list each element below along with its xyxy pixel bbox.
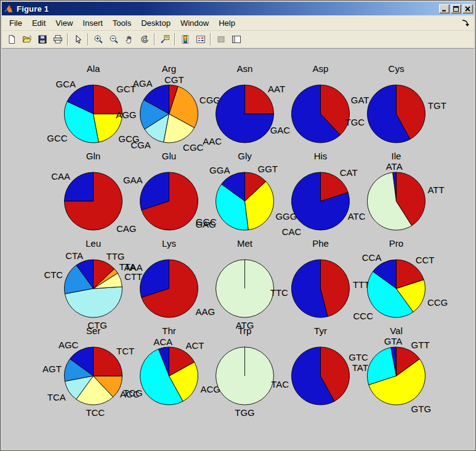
- codon-label: GTA: [384, 336, 403, 346]
- codon-label: ACA: [153, 337, 172, 347]
- pie-title: Ser: [86, 325, 100, 336]
- codon-label: AGA: [133, 78, 153, 89]
- codon-label: TGG: [235, 407, 255, 418]
- codon-label: TTG: [107, 251, 125, 261]
- title-bar[interactable]: Figure 1: [2, 2, 474, 15]
- pie-his: HisCACCAT: [283, 150, 358, 237]
- hide-plot-tools-button[interactable]: [213, 32, 228, 47]
- codon-label: TCC: [86, 407, 105, 418]
- menu-help[interactable]: Help: [214, 17, 240, 30]
- save-figure-button[interactable]: [34, 32, 50, 47]
- pie-title: Phe: [312, 238, 329, 249]
- matlab-icon: [3, 4, 14, 14]
- codon-label: CGT: [164, 74, 184, 85]
- codon-label: GAA: [123, 175, 143, 185]
- codon-label: TGT: [428, 100, 446, 111]
- pie-asn: AsnAACAAT: [207, 62, 283, 150]
- zoom-out-button[interactable]: [106, 32, 121, 47]
- pie-cell-pro: ProCCACCCCCGCCT: [358, 237, 434, 324]
- codon-label: CAA: [51, 171, 70, 182]
- menu-file[interactable]: File: [4, 17, 27, 30]
- hide-plot-tools-icon: [216, 34, 226, 44]
- pie-leu: LeuCTACTCCTGCTTTTATTG: [55, 237, 131, 324]
- pan-icon: [124, 34, 134, 44]
- pie-title: Cys: [389, 63, 405, 74]
- rotate-3d-button[interactable]: [137, 32, 152, 47]
- pie-cell-val: ValGTAGTCGTGGTT: [358, 324, 434, 412]
- pie-title: Trp: [238, 325, 252, 336]
- codon-label: ATC: [348, 211, 366, 222]
- pie-arg: ArgAGAAGGCGACGCCGGCGT: [131, 62, 207, 150]
- menu-desktop[interactable]: Desktop: [136, 17, 175, 30]
- edit-plot-icon: [73, 34, 83, 44]
- figure-window: Figure 1 File Edit View Insert Tools Des…: [0, 0, 476, 451]
- toolbar-separator: [174, 33, 175, 46]
- menu-window[interactable]: Window: [175, 17, 214, 30]
- pie-title: Asp: [313, 63, 329, 74]
- pie-cell-asp: AspGACGAT: [283, 62, 358, 150]
- pie-title: His: [314, 151, 328, 161]
- open-file-button[interactable]: [19, 32, 34, 47]
- insert-colorbar-button[interactable]: [177, 32, 193, 47]
- pie-ile: IleATAATCATT: [358, 150, 434, 237]
- toolbar-separator: [154, 33, 155, 46]
- pie-title: Leu: [86, 238, 101, 249]
- menu-view[interactable]: View: [50, 17, 78, 30]
- pie-tyr: TyrTACTAT: [283, 324, 358, 412]
- pie-cell-lys: LysAAAAAG: [131, 237, 207, 324]
- pie-cell-phe: PheTTCTTT: [283, 237, 358, 324]
- pie-cell-ala: AlaGCAGCCGCGGCT: [55, 62, 131, 150]
- maximize-button[interactable]: [451, 4, 461, 14]
- codon-label: CCT: [416, 255, 435, 265]
- menu-tools[interactable]: Tools: [108, 17, 136, 30]
- pan-button[interactable]: [121, 32, 137, 47]
- insert-legend-button[interactable]: [193, 32, 208, 47]
- codon-label: AAC: [203, 136, 222, 146]
- edit-plot-button[interactable]: [70, 32, 86, 47]
- show-plot-tools-button[interactable]: [228, 32, 244, 47]
- pie-gly: GlyGGAGGCGGGGGT: [207, 150, 283, 237]
- toolbar-separator: [210, 33, 211, 46]
- open-file-icon: [22, 34, 32, 44]
- pie-title: Gly: [238, 151, 252, 161]
- pie-title: Arg: [162, 63, 176, 74]
- codon-label: ACT: [186, 340, 204, 351]
- pie-title: Lys: [162, 238, 176, 249]
- new-figure-icon: [7, 34, 17, 44]
- codon-label: GCC: [47, 133, 68, 143]
- codon-label: GGT: [258, 164, 278, 174]
- codon-label: ATA: [386, 161, 403, 172]
- menu-edit[interactable]: Edit: [27, 17, 50, 30]
- print-figure-button[interactable]: [50, 32, 65, 47]
- pie-cell-met: MetATG: [207, 237, 283, 324]
- codon-label: TCA: [47, 392, 66, 402]
- data-cursor-button[interactable]: [157, 32, 172, 47]
- minimize-button[interactable]: [439, 4, 450, 14]
- codon-label: TGC: [345, 117, 365, 127]
- menu-insert[interactable]: Insert: [78, 17, 108, 30]
- data-cursor-icon: [160, 34, 170, 44]
- pie-title: Thr: [162, 325, 176, 336]
- dock-figure-icon[interactable]: [461, 18, 469, 28]
- new-figure-button[interactable]: [4, 32, 19, 47]
- pie-title: Val: [390, 325, 403, 336]
- codon-label: TAC: [271, 379, 289, 389]
- toolbar-separator: [87, 33, 89, 46]
- pie-title: Pro: [389, 238, 403, 249]
- codon-label: CCA: [362, 252, 382, 263]
- pie-title: Met: [237, 238, 253, 249]
- codon-label: GTC: [349, 352, 368, 362]
- pie-cell-leu: LeuCTACTCCTGCTTTTATTG: [55, 237, 131, 324]
- zoom-in-button[interactable]: [91, 32, 106, 47]
- pie-cell-thr: ThrACAACCACGACT: [131, 324, 207, 412]
- window-title: Figure 1: [17, 4, 438, 14]
- pie-cell-arg: ArgAGAAGGCGACGCCGGCGT: [131, 62, 207, 150]
- pie-met: MetATG: [207, 237, 283, 324]
- pie-title: Gln: [86, 151, 100, 161]
- figure-canvas: AlaGCAGCCGCGGCTArgAGAAGGCGACGCCGGCGTAsnA…: [2, 49, 474, 449]
- pie-cell-trp: TrpTGG: [207, 324, 283, 412]
- close-button[interactable]: [462, 4, 473, 14]
- show-plot-tools-icon: [232, 34, 241, 44]
- pie-cell-gln: GlnCAACAG: [55, 150, 131, 237]
- codon-label: GAC: [270, 125, 291, 135]
